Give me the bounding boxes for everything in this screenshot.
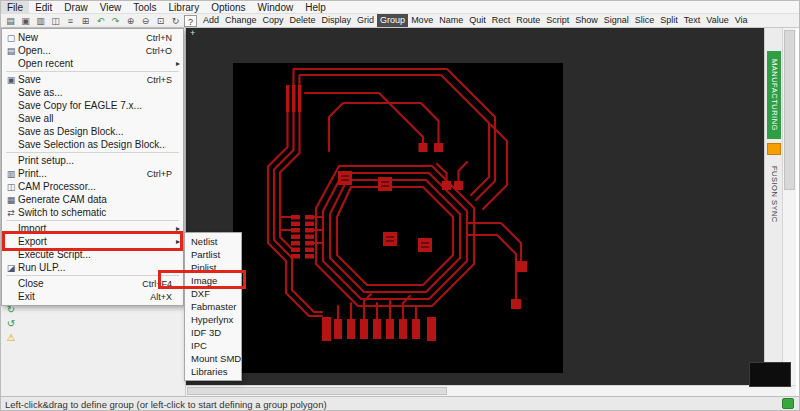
export-submenu-item[interactable]: Hyperlynx	[185, 313, 241, 326]
toolbar-button[interactable]: Text	[681, 14, 704, 27]
menu-item-icon: ◫	[4, 182, 18, 192]
file-menu-item[interactable]: Export ▸	[2, 235, 183, 248]
pcb-canvas[interactable]: +	[186, 28, 764, 385]
menu-item-label: Run ULP...	[18, 262, 166, 273]
file-menu-item[interactable]: Close Ctrl+F4	[2, 277, 183, 290]
toolbar-button[interactable]: Value	[703, 14, 731, 27]
file-menu-item[interactable]: Save all	[2, 112, 183, 125]
open-icon[interactable]: ▤	[4, 15, 17, 27]
file-menu-section: ▣ Save Ctrl+S Save as... Save Copy for E…	[2, 73, 183, 151]
export-submenu-item[interactable]: Mount SMD	[185, 352, 241, 365]
horizontal-scrollbar-thumb[interactable]	[187, 387, 447, 395]
menu-item-icon: ▢	[4, 33, 18, 43]
menubar-item[interactable]: Library	[163, 1, 206, 14]
layers-icon[interactable]: ≡	[64, 15, 77, 27]
print-icon[interactable]: ▥	[34, 15, 47, 27]
export-submenu-item[interactable]: Pinlist	[185, 261, 241, 274]
vertical-scrollbar-thumb[interactable]	[784, 30, 795, 190]
toolbar-button[interactable]: Script	[543, 14, 572, 27]
zoom-out-icon[interactable]: ⊖	[139, 15, 152, 27]
submenu-arrow-icon: ▸	[172, 59, 180, 68]
menu-separator	[6, 275, 179, 276]
toolbar-button[interactable]: Via	[732, 14, 751, 27]
file-menu-item[interactable]: Save as...	[2, 86, 183, 99]
toolbar-button[interactable]: Quit	[466, 14, 489, 27]
toolbar-button[interactable]: Copy	[260, 14, 287, 27]
file-menu-item[interactable]: Save Selection as Design Block...	[2, 138, 183, 151]
file-menu-item[interactable]: ▢ New Ctrl+N	[2, 31, 183, 44]
toolbar-button[interactable]: Group	[377, 14, 408, 27]
menu-item-label: Exit	[18, 291, 144, 302]
file-menu-item[interactable]: ▣ Save Ctrl+S	[2, 73, 183, 86]
export-submenu-item[interactable]: DXF	[185, 287, 241, 300]
menubar-item[interactable]: Window	[252, 1, 300, 14]
toolbar-button[interactable]: Split	[657, 14, 681, 27]
menu-item-label: Save as...	[18, 87, 166, 98]
toolbar-button[interactable]: Add	[200, 14, 222, 27]
zoom-in-icon[interactable]: ⊕	[124, 15, 137, 27]
toolbar-button[interactable]: Rect	[489, 14, 514, 27]
menu-item-label: Save	[18, 74, 141, 85]
fusion-sync-icon[interactable]	[767, 143, 781, 155]
toolbar-button[interactable]: Delete	[287, 14, 319, 27]
file-menu-item[interactable]: ⇄ Switch to schematic	[2, 206, 183, 219]
file-menu-item[interactable]: Save as Design Block...	[2, 125, 183, 138]
menubar-item[interactable]: Draw	[58, 1, 93, 14]
cam-processor-icon[interactable]: ◫	[49, 15, 62, 27]
menubar-item[interactable]: Options	[205, 1, 251, 14]
export-submenu-item[interactable]: Image	[185, 274, 241, 287]
origin-cross-icon: +	[190, 28, 195, 38]
file-menu-item[interactable]: Print setup...	[2, 154, 183, 167]
file-menu-item[interactable]: ▥ Print... Ctrl+P	[2, 167, 183, 180]
toolbar-button[interactable]: Route	[513, 14, 543, 27]
toolbar-button[interactable]: Display	[319, 14, 355, 27]
help-icon[interactable]: ?	[184, 15, 197, 27]
vertical-scrollbar[interactable]	[782, 28, 796, 385]
side-tab-strip: MANUFACTURING FUSION SYNC	[764, 28, 782, 385]
file-menu-item[interactable]: Open recent ▸	[2, 57, 183, 70]
file-menu-item[interactable]: Save Copy for EAGLE 7.x...	[2, 99, 183, 112]
toolbar-button[interactable]: Slice	[632, 14, 658, 27]
save-icon[interactable]: ▣	[19, 15, 32, 27]
file-menu-item[interactable]: ◪ Run ULP...	[2, 261, 183, 274]
file-menu-item[interactable]: ▤ Open... Ctrl+O	[2, 44, 183, 57]
statusbar-text: Left-click&drag to define group (or left…	[5, 399, 327, 410]
export-submenu-item[interactable]: Partlist	[185, 248, 241, 261]
export-submenu-item[interactable]: IDF 3D	[185, 326, 241, 339]
file-menu-item[interactable]: ◫ CAM Processor...	[2, 180, 183, 193]
undo-icon[interactable]: ↶	[94, 15, 107, 27]
toolbar-button[interactable]: Name	[436, 14, 466, 27]
export-submenu-item[interactable]: Netlist	[185, 235, 241, 248]
zoom-fit-icon[interactable]: ⊡	[154, 15, 167, 27]
redraw-icon[interactable]: ↻	[169, 15, 182, 27]
menubar-item[interactable]: Edit	[29, 1, 58, 14]
warning-icon[interactable]: ⚠	[3, 332, 19, 344]
toolbar-button[interactable]: Grid	[354, 14, 377, 27]
toolbar-button[interactable]: Signal	[601, 14, 632, 27]
menubar-item[interactable]: Help	[299, 1, 332, 14]
toolbar-button[interactable]: Move	[408, 14, 436, 27]
toolbar-button[interactable]: Show	[572, 14, 601, 27]
menu-separator	[6, 71, 179, 72]
tab-fusion-sync[interactable]: FUSION SYNC	[767, 158, 781, 230]
status-green-icon[interactable]	[782, 398, 794, 409]
toolbar-button[interactable]: Change	[222, 14, 260, 27]
menubar: File Edit Draw View Tools Library Option…	[1, 1, 800, 14]
file-menu-item[interactable]: ▦ Generate CAM data	[2, 193, 183, 206]
file-menu-item[interactable]: Exit Alt+X	[2, 290, 183, 303]
grid-settings-icon[interactable]: ⊞	[79, 15, 92, 27]
file-menu-section: Close Ctrl+F4 Exit Alt+X	[2, 277, 183, 303]
redo-icon[interactable]: ↷	[109, 15, 122, 27]
menubar-item[interactable]: Tools	[127, 1, 162, 14]
export-submenu-item[interactable]: Fabmaster	[185, 300, 241, 313]
tab-manufacturing[interactable]: MANUFACTURING	[767, 51, 781, 139]
horizontal-scrollbar[interactable]	[186, 385, 796, 396]
toolbar-icons: ▤ ▣ ▥ ◫ ≡ ⊞ ↶ ↷ ⊕ ⊖ ⊡ ↻	[1, 15, 200, 27]
export-submenu-item[interactable]: Libraries	[185, 365, 241, 378]
sync-icon[interactable]: ↺	[3, 318, 19, 330]
export-submenu-item[interactable]: IPC	[185, 339, 241, 352]
file-menu-item[interactable]: Import ▸	[2, 222, 183, 235]
menubar-item[interactable]: View	[94, 1, 128, 14]
menubar-item[interactable]: File	[1, 1, 29, 14]
file-menu-item[interactable]: Execute Script...	[2, 248, 183, 261]
